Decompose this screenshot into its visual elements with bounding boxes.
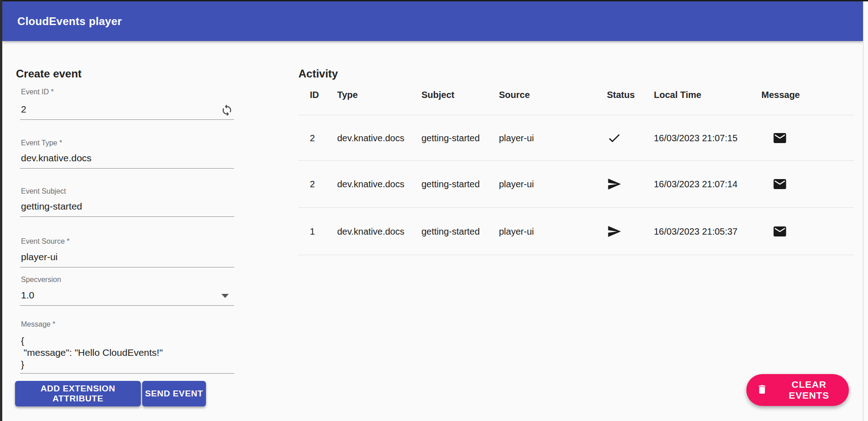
message-field[interactable]: Message * { "message": "Hello CloudEvent…	[20, 320, 234, 374]
clear-events-label: CLEAR EVENTS	[772, 379, 846, 401]
event-source-field[interactable]: Event Source * player-ui	[20, 237, 234, 267]
cloudevents-player-app: CloudEvents player Create event Event ID…	[2, 1, 863, 421]
check-icon	[607, 131, 621, 145]
specversion-label: Specversion	[20, 276, 234, 284]
event-id-field[interactable]: Event ID * 2	[20, 88, 234, 120]
cell-subject: getting-started	[421, 179, 480, 190]
event-source-value[interactable]: player-ui	[21, 252, 58, 262]
cell-type: dev.knative.docs	[337, 179, 405, 190]
cell-subject: getting-started	[421, 133, 480, 143]
column-header-subject: Subject	[421, 90, 454, 100]
table-row: 1 dev.knative.docs getting-started playe…	[298, 208, 854, 255]
cell-local-time: 16/03/2023 21:05:37	[654, 226, 738, 236]
delete-icon	[756, 384, 772, 396]
message-label: Message *	[20, 320, 234, 329]
vertical-scrollbar[interactable]	[863, 0, 868, 421]
column-header-status: Status	[607, 90, 635, 100]
event-type-value[interactable]: dev.knative.docs	[21, 153, 92, 164]
specversion-select[interactable]: Specversion 1.0	[20, 276, 234, 306]
event-subject-value[interactable]: getting-started	[21, 201, 82, 212]
column-header-localtime: Local Time	[654, 90, 701, 100]
app-title: CloudEvents player	[17, 15, 122, 28]
main-content: Create event Event ID * 2 Event Type * d…	[2, 42, 863, 421]
cell-subject: getting-started	[421, 226, 480, 236]
email-icon[interactable]	[772, 177, 787, 192]
message-value[interactable]: { "message": "Hello CloudEvents!" }	[21, 335, 163, 370]
event-id-value[interactable]: 2	[21, 104, 26, 115]
table-row: 2 dev.knative.docs getting-started playe…	[298, 161, 854, 208]
window-border-left	[0, 0, 2, 421]
column-header-type: Type	[337, 90, 358, 100]
cell-source: player-ui	[499, 226, 534, 236]
send-event-button[interactable]: SEND EVENT	[142, 381, 206, 406]
cell-id: 1	[310, 226, 315, 236]
activity-table: ID Type Subject Source Status Local Time…	[298, 74, 854, 255]
arrow-drop-down-icon[interactable]	[221, 294, 229, 298]
add-extension-attribute-button[interactable]: ADD EXTENSION ATTRIBUTE	[15, 381, 141, 406]
send-icon	[607, 177, 621, 191]
event-type-field[interactable]: Event Type * dev.knative.docs	[20, 139, 234, 169]
cell-type: dev.knative.docs	[337, 226, 405, 236]
cell-id: 2	[310, 179, 315, 190]
sync-icon	[221, 111, 233, 118]
event-subject-label: Event Subject	[20, 187, 234, 195]
email-icon[interactable]	[772, 224, 787, 239]
cell-id: 2	[310, 133, 315, 143]
cell-local-time: 16/03/2023 21:07:15	[654, 133, 738, 143]
column-header-message: Message	[761, 90, 800, 100]
regenerate-id-button[interactable]	[221, 104, 233, 117]
create-event-heading: Create event	[16, 68, 82, 80]
clear-events-button[interactable]: CLEAR EVENTS	[746, 374, 849, 406]
event-source-label: Event Source *	[20, 237, 234, 246]
table-row: 2 dev.knative.docs getting-started playe…	[298, 115, 854, 161]
specversion-value[interactable]: 1.0	[21, 290, 34, 301]
event-subject-field[interactable]: Event Subject getting-started	[20, 187, 234, 217]
app-bar: CloudEvents player	[2, 1, 863, 41]
table-header-row: ID Type Subject Source Status Local Time…	[298, 74, 854, 115]
cell-type: dev.knative.docs	[337, 133, 405, 143]
event-id-label: Event ID *	[20, 88, 234, 96]
window-border-top	[0, 0, 868, 1]
cell-source: player-ui	[499, 179, 534, 190]
send-icon	[607, 224, 621, 239]
cell-local-time: 16/03/2023 21:07:14	[654, 179, 738, 190]
cell-source: player-ui	[499, 133, 534, 143]
column-header-id: ID	[310, 90, 319, 100]
column-header-source: Source	[499, 90, 530, 100]
email-icon[interactable]	[772, 130, 787, 145]
event-type-label: Event Type *	[20, 139, 234, 147]
